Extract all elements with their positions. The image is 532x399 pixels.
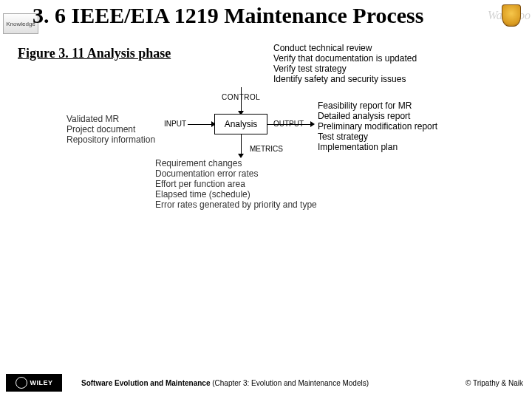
output-item: Detailed analysis report (318, 111, 437, 121)
control-item: Conduct technical review (273, 43, 417, 53)
metrics-item: Documentation error rates (155, 168, 317, 179)
slide-footer: WILEY Software Evolution and Maintenance… (0, 366, 532, 392)
metrics-label: METRICS (250, 145, 283, 153)
wiley-logo: WILEY (6, 374, 62, 392)
input-item: Repository information (66, 134, 155, 145)
control-list: Conduct technical review Verify that doc… (273, 43, 417, 84)
shield-icon (502, 4, 521, 27)
metrics-item: Elapsed time (schedule) (155, 189, 317, 200)
analysis-box: Analysis (214, 114, 267, 134)
control-item: Identify safety and security issues (273, 74, 417, 84)
input-item: Project document (66, 124, 155, 134)
metrics-item: Effort per function area (155, 179, 317, 189)
control-item: Verify test strategy (273, 64, 417, 74)
metrics-item: Error rates generated by priority and ty… (155, 200, 317, 210)
output-list: Feasibility report for MR Detailed analy… (318, 100, 437, 152)
wiley-label: WILEY (30, 379, 53, 386)
page-title: 3. 6 IEEE/EIA 1219 Maintenance Process (33, 3, 423, 28)
input-list: Validated MR Project document Repository… (66, 114, 155, 145)
input-item: Validated MR (66, 114, 155, 124)
logo-left-label: Knowledge (6, 21, 35, 27)
arrow-control (241, 87, 242, 114)
arrow-output (267, 124, 312, 125)
footer-copyright: © Tripathy & Naik (466, 379, 523, 387)
output-item: Implementation plan (318, 142, 437, 152)
metrics-list: Requirement changes Documentation error … (155, 158, 317, 210)
analysis-box-label: Analysis (225, 119, 258, 129)
footer-center: Software Evolution and Maintenance (Chap… (81, 379, 369, 387)
footer-book-title: Software Evolution and Maintenance (81, 379, 210, 387)
input-label: INPUT (164, 120, 186, 128)
output-item: Feasibility report for MR (318, 100, 437, 111)
logo-right (497, 4, 526, 34)
arrow-input (188, 124, 214, 125)
metrics-item: Requirement changes (155, 158, 317, 168)
control-item: Verify that documentation is updated (273, 53, 417, 64)
footer-chapter: (Chapter 3: Evolution and Maintenance Mo… (210, 379, 369, 387)
output-item: Test strategy (318, 132, 437, 142)
analysis-phase-diagram: Conduct technical review Verify that doc… (66, 43, 502, 235)
output-item: Preliminary modification report (318, 121, 437, 132)
arrowhead-icon (310, 121, 315, 127)
slide-header: Knowledge 3. 6 IEEE/EIA 1219 Maintenance… (0, 0, 532, 41)
